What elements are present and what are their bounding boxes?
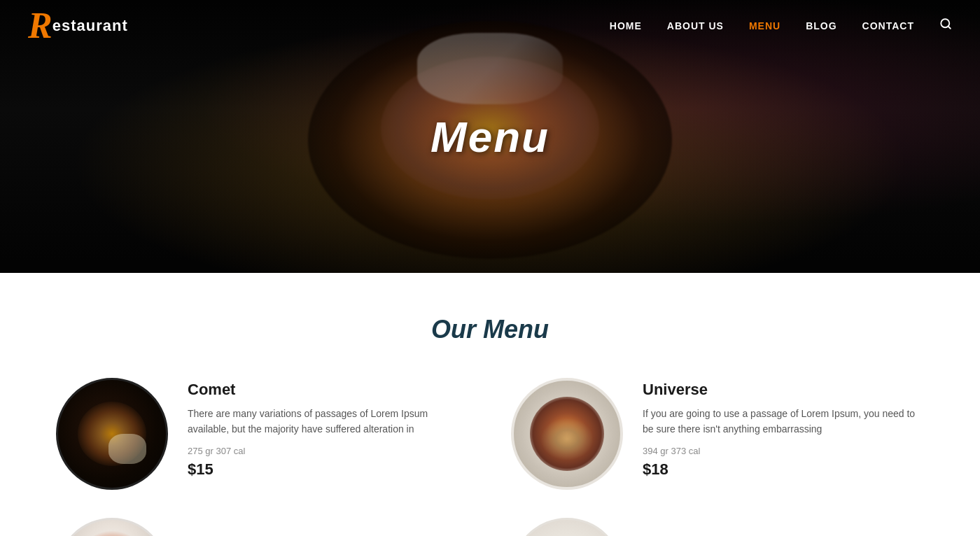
menu-item-comet: Comet There are many variations of passa… — [56, 378, 469, 490]
dish-desc-comet: There are many variations of passages of… — [188, 406, 469, 437]
nav-search-icon[interactable] — [939, 17, 952, 34]
search-icon[interactable] — [939, 19, 952, 33]
dish-desc-universe: If you are going to use a passage of Lor… — [643, 406, 924, 437]
nav-links: HOME ABOUT US MENU BLOG CONTACT — [610, 17, 952, 34]
hero-title: Menu — [430, 112, 550, 162]
dish-info-comet: Comet There are many variations of passa… — [188, 378, 469, 479]
nav-item-contact[interactable]: CONTACT — [862, 20, 914, 32]
dish-meta-universe: 394 gr 373 cal — [643, 446, 924, 456]
nav-link-contact[interactable]: CONTACT — [862, 20, 914, 31]
dish-info-partial-right — [643, 518, 924, 521]
menu-grid: Comet There are many variations of passa… — [56, 378, 924, 536]
nav-item-home[interactable]: HOME — [610, 20, 642, 32]
logo-r: R — [28, 8, 52, 44]
dish-name-universe: Universe — [643, 381, 924, 399]
dish-image-comet — [56, 378, 168, 490]
nav-item-blog[interactable]: BLOG — [806, 20, 836, 32]
menu-item-universe: Universe If you are going to use a passa… — [511, 378, 924, 490]
dish-price-universe: $18 — [643, 460, 924, 479]
logo[interactable]: R estaurant — [28, 8, 128, 44]
dish-name-comet: Comet — [188, 381, 469, 399]
menu-item-partial-left — [56, 518, 469, 536]
dish-info-universe: Universe If you are going to use a passa… — [643, 378, 924, 479]
nav-link-blog[interactable]: BLOG — [806, 20, 836, 31]
menu-item-partial-right — [511, 518, 924, 536]
navbar: R estaurant HOME ABOUT US MENU BLOG CONT… — [0, 0, 980, 51]
nav-item-menu[interactable]: MENU — [749, 20, 780, 32]
nav-link-home[interactable]: HOME — [610, 20, 642, 31]
svg-line-1 — [948, 26, 950, 28]
nav-item-about[interactable]: ABOUT US — [667, 20, 724, 32]
dish-price-comet: $15 — [188, 460, 469, 479]
dish-image-universe — [511, 378, 623, 490]
section-heading: Our Menu — [56, 315, 924, 344]
dish-meta-comet: 275 gr 307 cal — [188, 446, 469, 456]
dish-image-partial-left — [56, 518, 168, 536]
nav-link-about[interactable]: ABOUT US — [667, 20, 724, 31]
nav-link-menu[interactable]: MENU — [749, 20, 780, 31]
dish-info-partial-left — [188, 518, 469, 521]
dish-image-partial-right — [511, 518, 623, 536]
menu-section: Our Menu Comet There are many variations… — [0, 273, 980, 536]
logo-text: estaurant — [52, 17, 128, 35]
